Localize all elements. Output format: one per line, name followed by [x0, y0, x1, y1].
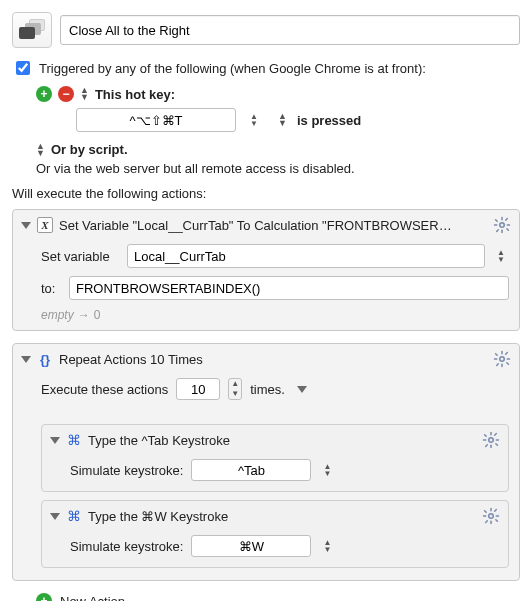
action-title: Type the ⌘W Keystroke: [88, 509, 476, 524]
variable-icon: X: [37, 217, 53, 233]
hotkey-heading: This hot key:: [95, 87, 175, 102]
keystroke-input[interactable]: [191, 535, 311, 557]
action-set-variable: X Set Variable "Local__CurrTab" To Calcu…: [12, 209, 520, 331]
action-type-keystroke-1: ⌘ Type the ^Tab Keystroke Simulate keyst…: [41, 424, 509, 492]
keystroke-icon: ⌘: [66, 432, 82, 448]
set-variable-label: Set variable: [41, 249, 119, 264]
hotkey-state-stepper[interactable]: [278, 113, 287, 127]
execute-label: Execute these actions: [41, 382, 168, 397]
gear-icon[interactable]: [493, 350, 511, 368]
repeat-options-toggle[interactable]: [297, 386, 307, 393]
or-script-label: Or by script.: [51, 142, 128, 157]
macro-name-input[interactable]: [60, 15, 520, 45]
keystroke-picker[interactable]: [319, 535, 335, 557]
to-label: to:: [41, 281, 61, 296]
hotkey-state-label: is pressed: [297, 113, 361, 128]
action-title: Type the ^Tab Keystroke: [88, 433, 476, 448]
gear-icon[interactable]: [493, 216, 511, 234]
keystroke-icon: ⌘: [66, 508, 82, 524]
calculation-input[interactable]: [69, 276, 509, 300]
repeat-icon: {}: [37, 351, 53, 367]
action-title: Set Variable "Local__CurrTab" To Calcula…: [59, 218, 487, 233]
disclosure-toggle[interactable]: [21, 356, 31, 363]
triggered-checkbox[interactable]: [16, 61, 30, 75]
gear-icon[interactable]: [482, 431, 500, 449]
remove-trigger-button[interactable]: −: [58, 86, 74, 102]
action-type-keystroke-2: ⌘ Type the ⌘W Keystroke Simulate keystro…: [41, 500, 509, 568]
calculation-result: empty→0: [41, 308, 509, 322]
trigger-type-stepper[interactable]: [80, 87, 89, 101]
simulate-label: Simulate keystroke:: [70, 539, 183, 554]
keystroke-input[interactable]: [191, 459, 311, 481]
variable-name-input[interactable]: [127, 244, 485, 268]
repeat-count-stepper[interactable]: ▲▼: [228, 378, 242, 400]
repeat-count-input[interactable]: [176, 378, 220, 400]
add-action-button[interactable]: +: [36, 593, 52, 601]
disclosure-toggle[interactable]: [50, 437, 60, 444]
disclosure-toggle[interactable]: [50, 513, 60, 520]
variable-picker[interactable]: [493, 245, 509, 267]
disclosure-toggle[interactable]: [21, 222, 31, 229]
new-action-label: New Action: [60, 594, 125, 602]
keystroke-picker[interactable]: [319, 459, 335, 481]
or-web-label: Or via the web server but all remote acc…: [36, 161, 355, 176]
hotkey-input[interactable]: [76, 108, 236, 132]
add-trigger-button[interactable]: +: [36, 86, 52, 102]
simulate-label: Simulate keystroke:: [70, 463, 183, 478]
action-repeat: {} Repeat Actions 10 Times Execute these…: [12, 343, 520, 581]
action-title: Repeat Actions 10 Times: [59, 352, 487, 367]
gear-icon[interactable]: [482, 507, 500, 525]
actions-intro: Will execute the following actions:: [12, 186, 520, 201]
times-label: times.: [250, 382, 285, 397]
hotkey-mode-stepper[interactable]: [246, 109, 262, 131]
macro-icon[interactable]: [12, 12, 52, 48]
or-script-stepper[interactable]: [36, 143, 45, 157]
triggered-label: Triggered by any of the following (when …: [39, 61, 426, 76]
